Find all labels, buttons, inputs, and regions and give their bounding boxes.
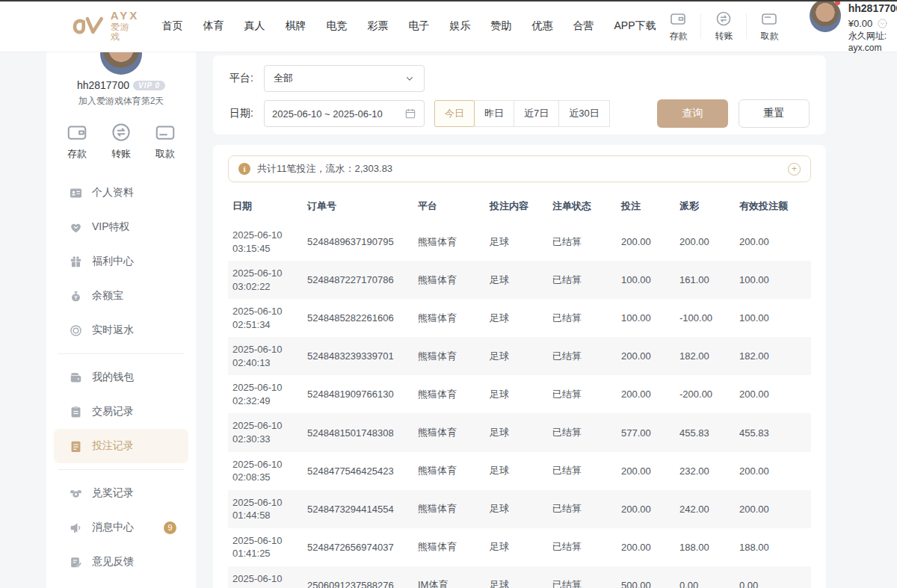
cell-bet: 200.00: [617, 528, 675, 566]
chevron-down-circle-icon[interactable]: [877, 18, 888, 29]
sidebar-item-profile[interactable]: 个人资料: [54, 176, 188, 210]
col-order: 订单号: [303, 188, 413, 223]
cell-date: 2025-06-1002:40:13: [228, 337, 303, 375]
cell-content: 足球: [485, 375, 548, 413]
preset-last7days-button[interactable]: 近7日: [514, 100, 559, 127]
cell-content: 足球: [485, 490, 548, 528]
date-range-value: 2025-06-10 ~ 2025-06-10: [272, 108, 383, 120]
cell-payout: 0.00: [675, 566, 735, 588]
sidebar-item-vip[interactable]: VIP特权: [54, 210, 188, 244]
header-transfer-button[interactable]: 转账: [701, 10, 746, 43]
cell-platform: 熊猫体育: [413, 337, 485, 375]
sidebar-item-yuebao[interactable]: 余额宝: [54, 279, 188, 313]
nav-home[interactable]: 首页: [161, 19, 182, 33]
vip-heart-icon: [69, 220, 83, 235]
cell-status: 已结算: [548, 337, 617, 375]
cell-date: 2025-06-1001:41:25: [228, 528, 303, 566]
nav-esports[interactable]: 电竞: [326, 19, 347, 33]
cell-payout: 232.00: [675, 452, 735, 490]
cell-order: 5248481501748308: [303, 413, 413, 451]
header-deposit-button[interactable]: 存款: [656, 10, 700, 43]
cell-bet: 100.00: [617, 261, 675, 299]
expand-icon[interactable]: +: [788, 163, 801, 176]
nav-sponsorship[interactable]: 赞助: [490, 19, 511, 33]
cell-payout: 188.00: [675, 528, 735, 566]
sidebar-item-wallet[interactable]: 我的钱包: [54, 360, 188, 394]
nav-sports[interactable]: 体育: [203, 19, 224, 33]
preset-yesterday-button[interactable]: 昨日: [474, 100, 514, 127]
sidebar-item-feedback[interactable]: 意见反馈: [54, 545, 188, 579]
menu-label: 我的钱包: [92, 371, 134, 384]
cell-bet: 200.00: [617, 490, 675, 528]
calendar-icon: [404, 108, 416, 120]
menu-label: 个人资料: [92, 186, 134, 199]
nav-slots[interactable]: 电子: [408, 19, 429, 33]
rebate-icon: [69, 324, 83, 338]
cell-order: 5248473294414554: [303, 490, 413, 528]
preset-last30days-button[interactable]: 近30日: [558, 100, 609, 127]
cell-payout: 455.83: [675, 413, 735, 451]
nav-board-games[interactable]: 棋牌: [285, 19, 306, 33]
date-range-input[interactable]: 2025-06-10 ~ 2025-06-10: [264, 100, 425, 127]
platform-select[interactable]: 全部: [264, 65, 425, 92]
header-transfer-label: 转账: [715, 30, 733, 43]
cell-date: 2025-06-1002:30:33: [228, 413, 303, 451]
nav-lottery[interactable]: 彩票: [367, 19, 388, 33]
nav-live-casino[interactable]: 真人: [244, 19, 265, 33]
sidebar-item-welfare[interactable]: 福利中心: [54, 244, 188, 279]
withdraw-icon: [154, 121, 176, 143]
divider: [58, 353, 184, 354]
site-logo[interactable]: AYX 爱游戏: [72, 10, 139, 42]
join-days-text: 加入爱游戏体育第2天: [46, 95, 196, 108]
sidebar-transfer-button[interactable]: 转账: [110, 121, 132, 161]
col-bet: 投注: [617, 188, 675, 223]
cell-platform: 熊猫体育: [413, 528, 485, 566]
cell-date: 2025-06-1002:32:49: [228, 375, 303, 413]
avatar[interactable]: [810, 0, 840, 32]
nav-promotions[interactable]: 优惠: [531, 19, 552, 33]
transactions-icon: [69, 405, 83, 419]
sidebar-withdraw-button[interactable]: 取款: [154, 121, 176, 161]
user-block[interactable]: hh2817700 VIP 0 ¥0.00 永久网址: ayx.com: [810, 0, 897, 53]
cell-valid: 100.00: [735, 299, 811, 337]
page: AYX 爱游戏 首页 体育 真人 棋牌 电竞 彩票 电子 娱乐 赞助 优惠 合营…: [0, 0, 897, 588]
preset-today-button[interactable]: 今日: [434, 100, 475, 127]
platform-label: 平台:: [229, 72, 264, 85]
sidebar-menu: 个人资料 VIP特权 福利中心 余额宝 实时返水 我的钱包: [46, 176, 196, 579]
cell-date: 2025-06-1001:44:58: [228, 490, 303, 528]
cell-payout: -200.00: [675, 375, 735, 413]
info-icon: i: [238, 163, 250, 175]
nav-entertainment[interactable]: 娱乐: [449, 19, 470, 33]
col-payout: 派彩: [675, 188, 735, 223]
sidebar-item-redeem-records[interactable]: 兑奖记录: [54, 476, 188, 510]
cell-platform: 熊猫体育: [413, 299, 485, 337]
menu-label: 意见反馈: [92, 555, 134, 569]
feedback-icon: [69, 555, 83, 569]
col-status: 注单状态: [548, 188, 617, 223]
logo-subtitle: 爱游戏: [111, 22, 140, 42]
cell-content: 足球: [485, 566, 548, 588]
cell-platform: 熊猫体育: [413, 261, 485, 299]
nav-partnership[interactable]: 合营: [573, 19, 594, 33]
sidebar-item-rebate[interactable]: 实时返水: [54, 313, 188, 347]
query-button[interactable]: 查询: [657, 99, 728, 128]
nav-app-download[interactable]: APP下载: [614, 19, 656, 33]
sidebar-withdraw-label: 取款: [155, 147, 175, 161]
col-content: 投注内容: [485, 188, 548, 223]
cell-order: 5248477546425423: [303, 452, 413, 490]
header-withdraw-button[interactable]: 取款: [747, 10, 792, 43]
sidebar-item-message-center[interactable]: 消息中心 9: [54, 510, 188, 545]
header-quick-actions: 存款 转账 取款: [656, 10, 792, 43]
sidebar-item-transactions[interactable]: 交易记录: [54, 394, 188, 429]
cell-status: 已结算: [548, 299, 617, 337]
reset-button[interactable]: 重置: [739, 99, 810, 128]
bet-records-table: 日期 订单号 平台 投注内容 注单状态 投注 派彩 有效投注额 2025-06-…: [228, 188, 811, 588]
sidebar-deposit-button[interactable]: 存款: [66, 121, 88, 161]
sidebar-item-bet-records[interactable]: 投注记录: [54, 429, 188, 463]
sidebar-deposit-label: 存款: [67, 147, 87, 161]
table-header-row: 日期 订单号 平台 投注内容 注单状态 投注 派彩 有效投注额: [228, 188, 811, 223]
menu-label: VIP特权: [92, 220, 130, 234]
cell-bet: 200.00: [617, 337, 675, 375]
sidebar: hh2817700 VIP 0 加入爱游戏体育第2天 存款 转账 取款 个人资料: [46, 52, 196, 588]
cell-order: 5248487227170786: [303, 261, 413, 299]
